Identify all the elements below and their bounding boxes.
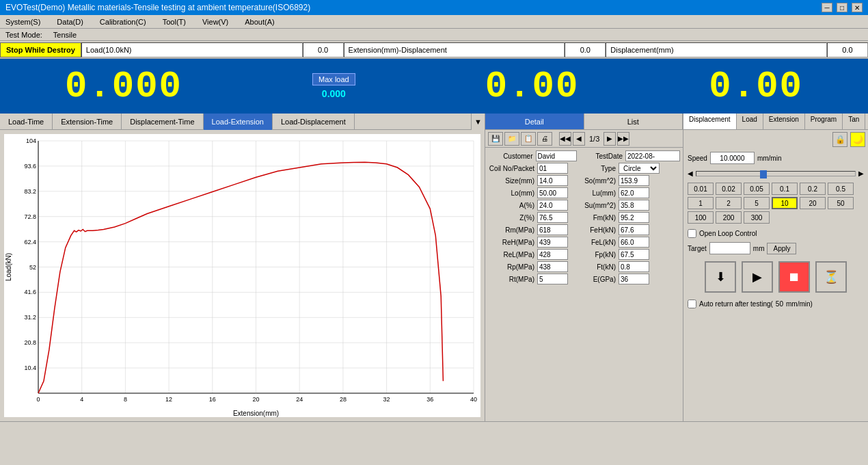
tab-load-extension[interactable]: Load-Extension	[204, 114, 273, 130]
run-button[interactable]: ▶	[742, 261, 773, 293]
far-tab-extension[interactable]: Extension	[763, 114, 805, 129]
nav-next-button[interactable]: ▶	[603, 132, 616, 146]
speed-input[interactable]	[710, 152, 755, 164]
tab-list[interactable]: List	[584, 114, 683, 129]
test-date-input[interactable]	[625, 150, 680, 161]
speed-preset-0.2[interactable]: 0.2	[800, 183, 826, 195]
menu-calibration[interactable]: Calibration(C)	[97, 16, 149, 27]
tab-arrow-button[interactable]: ▼	[471, 114, 485, 130]
max-load-button[interactable]: Max load	[312, 73, 355, 85]
far-tab-load[interactable]: Load	[737, 114, 763, 129]
far-tab-program[interactable]: Program	[805, 114, 843, 129]
speed-preset-10[interactable]: 10	[772, 197, 798, 209]
menu-view[interactable]: View(V)	[200, 16, 231, 27]
load-extension-chart	[4, 134, 480, 417]
nav-last-button[interactable]: ▶▶	[617, 132, 629, 146]
nav-prev-button[interactable]: ◀	[573, 132, 585, 146]
reh-input[interactable]	[537, 237, 568, 248]
rt-input[interactable]	[537, 274, 568, 284]
status-bar: Stop While Destroy Load(10.0kN) 0.0 Exte…	[0, 41, 868, 59]
rt-label: Rt(MPa)	[488, 276, 536, 283]
speed-preset-200[interactable]: 200	[716, 211, 742, 224]
su-label: Su(mm^2)	[569, 202, 617, 209]
print-icon[interactable]: 🖨	[537, 132, 552, 146]
menu-system[interactable]: System(S)	[3, 16, 43, 27]
speed-preset-2[interactable]: 2	[716, 197, 742, 209]
rm-input[interactable]	[537, 224, 568, 235]
speed-preset-0.05[interactable]: 0.05	[744, 183, 770, 195]
slider-left-arrow[interactable]: ◀	[688, 170, 693, 177]
moon-icon[interactable]: 🌙	[850, 132, 865, 147]
app-title: EVOTest(Demo) Metallic materials-Tensile…	[5, 3, 310, 12]
tab-extension-time[interactable]: Extension-Time	[53, 114, 122, 130]
lo-input[interactable]	[537, 187, 568, 198]
speed-preset-0.5[interactable]: 0.5	[828, 183, 854, 195]
down-button[interactable]: ⬇	[705, 261, 736, 293]
rp-input[interactable]	[537, 261, 568, 272]
fel-input[interactable]	[619, 237, 649, 248]
speed-preset-50[interactable]: 50	[828, 197, 854, 209]
copy-icon[interactable]: 📋	[521, 132, 536, 146]
su-input[interactable]	[619, 200, 649, 211]
e-input[interactable]	[619, 274, 649, 284]
tab-load-displacement[interactable]: Load-Displacement	[273, 114, 355, 130]
extension-label: Extension(mm)-Displacement	[344, 42, 565, 57]
tab-displacement-time[interactable]: Displacement-Time	[122, 114, 203, 130]
speed-preset-0.01[interactable]: 0.01	[688, 183, 714, 195]
type-select[interactable]: Circle	[619, 163, 660, 174]
far-tab-bar: Displacement Load Extension Program Tan	[683, 114, 868, 130]
lu-input[interactable]	[619, 187, 649, 198]
fp-input[interactable]	[619, 249, 649, 260]
menu-tool[interactable]: Tool(T)	[160, 16, 189, 27]
size-input[interactable]	[537, 175, 568, 186]
lock-icon[interactable]: 🔒	[832, 132, 847, 147]
rel-input[interactable]	[537, 249, 568, 260]
far-tab-displacement[interactable]: Displacement	[683, 114, 737, 129]
customer-input[interactable]	[536, 150, 577, 161]
open-loop-checkbox[interactable]	[688, 229, 696, 238]
speed-slider[interactable]	[696, 171, 856, 176]
tab-load-time[interactable]: Load-Time	[0, 114, 53, 130]
fp-label: Fp(kN)	[569, 251, 617, 258]
customer-label: Customer	[488, 152, 534, 160]
speed-preset-0.1[interactable]: 0.1	[772, 183, 798, 195]
menu-data[interactable]: Data(D)	[54, 16, 86, 27]
ft-label: Ft(kN)	[569, 263, 617, 271]
auto-return-label: Auto return after testing(	[699, 300, 773, 308]
auto-return-checkbox[interactable]	[688, 300, 696, 308]
folder-icon[interactable]: 📁	[504, 132, 519, 146]
ft-input[interactable]	[619, 261, 649, 272]
displacement-value: 0.0	[827, 42, 868, 57]
far-tab-tan[interactable]: Tan	[843, 114, 865, 129]
rp-label: Rp(MPa)	[488, 263, 536, 271]
close-button[interactable]: ✕	[852, 3, 863, 12]
target-input[interactable]	[709, 242, 750, 254]
speed-preset-100[interactable]: 100	[688, 211, 714, 224]
minimize-button[interactable]: ─	[822, 3, 832, 12]
z-input[interactable]	[537, 212, 568, 223]
fm-label: Fm(kN)	[569, 214, 617, 222]
speed-preset-5[interactable]: 5	[744, 197, 770, 209]
speed-preset-1[interactable]: 1	[688, 197, 714, 209]
tab-detail[interactable]: Detail	[485, 114, 584, 129]
chart-area: Load-Time Extension-Time Displacement-Ti…	[0, 114, 485, 421]
fm-input[interactable]	[619, 212, 649, 223]
stop-while-destroy-button[interactable]: Stop While Destroy	[0, 42, 81, 57]
feh-input[interactable]	[619, 224, 649, 235]
a-input[interactable]	[537, 200, 568, 211]
coil-no-input[interactable]	[537, 163, 568, 174]
stop-button[interactable]: ⏹	[778, 261, 810, 293]
save-icon[interactable]: 💾	[488, 132, 503, 146]
speed-preset-300[interactable]: 300	[744, 211, 770, 224]
menu-about[interactable]: About(A)	[242, 16, 277, 27]
timer-button[interactable]: ⏳	[815, 261, 847, 293]
nav-first-button[interactable]: ◀◀	[559, 132, 571, 146]
displacement-label: Displacement(mm)	[606, 42, 827, 57]
apply-button[interactable]: Apply	[767, 243, 796, 254]
maximize-button[interactable]: □	[837, 3, 847, 12]
slider-right-arrow[interactable]: ▶	[858, 170, 864, 177]
so-input[interactable]	[619, 175, 649, 186]
open-loop-row: Open Loop Control	[683, 226, 868, 241]
speed-preset-0.02[interactable]: 0.02	[716, 183, 742, 195]
speed-preset-20[interactable]: 20	[800, 197, 826, 209]
